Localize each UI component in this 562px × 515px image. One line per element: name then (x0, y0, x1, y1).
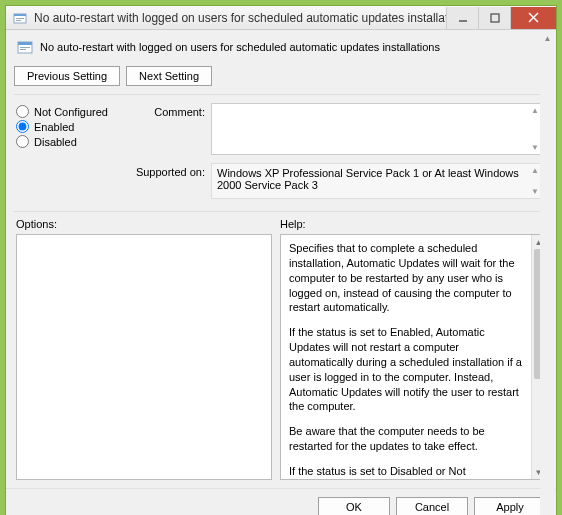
policy-icon (16, 38, 34, 56)
chevron-up-icon[interactable]: ▲ (540, 31, 555, 46)
close-button[interactable] (510, 7, 556, 29)
supported-on-value: Windows XP Professional Service Pack 1 o… (217, 167, 519, 191)
help-text[interactable]: Specifies that to complete a scheduled i… (281, 235, 531, 479)
fields-column: Comment: ▲▼ Supported on: Windows XP Pro… (126, 103, 546, 207)
help-paragraph: If the status is set to Disabled or Not … (289, 464, 523, 479)
comment-label: Comment: (126, 103, 211, 155)
supported-on-label: Supported on: (126, 163, 211, 199)
options-pane: Options: (16, 218, 272, 480)
titlebar[interactable]: No auto-restart with logged on users for… (6, 6, 556, 30)
radio-enabled-input[interactable] (16, 120, 29, 133)
help-paragraph: If the status is set to Enabled, Automat… (289, 325, 523, 414)
radio-label: Not Configured (34, 106, 108, 118)
scroll-track[interactable] (540, 46, 555, 511)
options-label: Options: (16, 218, 272, 230)
config-area: Not Configured Enabled Disabled Comment:… (6, 95, 556, 211)
help-paragraph: Specifies that to complete a scheduled i… (289, 241, 523, 315)
help-paragraph: Be aware that the computer needs to be r… (289, 424, 523, 454)
radio-not-configured-input[interactable] (16, 105, 29, 118)
radio-disabled-input[interactable] (16, 135, 29, 148)
policy-icon (12, 10, 28, 26)
chevron-down-icon[interactable]: ▼ (540, 511, 555, 515)
window-title: No auto-restart with logged on users for… (34, 11, 446, 25)
radio-enabled[interactable]: Enabled (16, 120, 126, 133)
svg-rect-3 (16, 20, 21, 21)
next-setting-button[interactable]: Next Setting (126, 66, 212, 86)
comment-input[interactable]: ▲▼ (211, 103, 546, 155)
options-box[interactable] (16, 234, 272, 480)
ok-button[interactable]: OK (318, 497, 390, 515)
svg-rect-2 (16, 18, 24, 19)
state-radio-group: Not Configured Enabled Disabled (16, 103, 126, 207)
radio-disabled[interactable]: Disabled (16, 135, 126, 148)
svg-rect-11 (20, 49, 26, 50)
svg-rect-5 (491, 14, 499, 22)
help-box: Specifies that to complete a scheduled i… (280, 234, 546, 480)
svg-rect-9 (18, 42, 32, 45)
radio-label: Disabled (34, 136, 77, 148)
dialog-window: No auto-restart with logged on users for… (5, 5, 557, 515)
policy-subtitle-row: No auto-restart with logged on users for… (6, 30, 556, 62)
previous-setting-button[interactable]: Previous Setting (14, 66, 120, 86)
svg-rect-1 (14, 14, 26, 16)
maximize-button[interactable] (478, 7, 510, 29)
radio-label: Enabled (34, 121, 74, 133)
supported-on-box: Windows XP Professional Service Pack 1 o… (211, 163, 546, 199)
radio-not-configured[interactable]: Not Configured (16, 105, 126, 118)
help-pane: Help: Specifies that to complete a sched… (280, 218, 546, 480)
help-label: Help: (280, 218, 546, 230)
cancel-button[interactable]: Cancel (396, 497, 468, 515)
window-scrollbar[interactable]: ▲ ▼ (540, 31, 555, 515)
minimize-button[interactable] (446, 7, 478, 29)
panes-row: Options: Help: Specifies that to complet… (6, 212, 556, 488)
dialog-footer: OK Cancel Apply (6, 488, 556, 515)
svg-rect-10 (20, 47, 30, 48)
apply-button[interactable]: Apply (474, 497, 546, 515)
nav-button-row: Previous Setting Next Setting (6, 62, 556, 94)
policy-subtitle: No auto-restart with logged on users for… (40, 41, 440, 53)
